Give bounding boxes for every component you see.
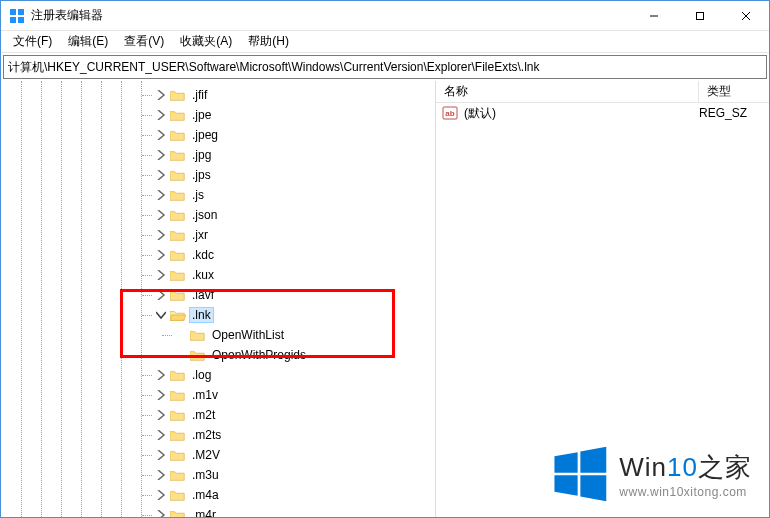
tree-item[interactable]: .M2V bbox=[1, 445, 435, 465]
tree-item-label: .json bbox=[190, 208, 219, 222]
tree-item[interactable]: .jpe bbox=[1, 105, 435, 125]
address-text: 计算机\HKEY_CURRENT_USER\Software\Microsoft… bbox=[8, 59, 539, 76]
tree-item[interactable]: .m3u bbox=[1, 465, 435, 485]
folder-icon bbox=[170, 408, 186, 422]
string-value-icon bbox=[442, 105, 458, 121]
menu-file[interactable]: 文件(F) bbox=[5, 31, 60, 52]
tree-item-label: .jfif bbox=[190, 88, 209, 102]
column-type[interactable]: 类型 bbox=[699, 81, 769, 102]
svg-rect-0 bbox=[10, 9, 16, 15]
tree-item-label: .jps bbox=[190, 168, 213, 182]
close-button[interactable] bbox=[723, 1, 769, 30]
tree-item[interactable]: .jxr bbox=[1, 225, 435, 245]
chevron-right-icon[interactable] bbox=[154, 168, 168, 182]
svg-rect-5 bbox=[697, 12, 704, 19]
chevron-right-icon[interactable] bbox=[154, 148, 168, 162]
chevron-right-icon[interactable] bbox=[154, 188, 168, 202]
tree-item[interactable]: .m4a bbox=[1, 485, 435, 505]
value-name: (默认) bbox=[464, 105, 699, 122]
tree-item-label: .jxr bbox=[190, 228, 210, 242]
folder-icon bbox=[170, 268, 186, 282]
tree-item[interactable]: .js bbox=[1, 185, 435, 205]
folder-icon bbox=[170, 468, 186, 482]
values-pane: 名称 类型 (默认)REG_SZ bbox=[436, 81, 769, 517]
chevron-right-icon[interactable] bbox=[154, 208, 168, 222]
chevron-right-icon[interactable] bbox=[154, 128, 168, 142]
tree-item[interactable]: .m2ts bbox=[1, 425, 435, 445]
window-title: 注册表编辑器 bbox=[31, 7, 631, 24]
chevron-right-icon[interactable] bbox=[154, 288, 168, 302]
tree-item-label: .jpe bbox=[190, 108, 213, 122]
tree-item[interactable]: .m2t bbox=[1, 405, 435, 425]
tree-item[interactable]: .jpg bbox=[1, 145, 435, 165]
folder-open-icon bbox=[170, 308, 186, 322]
tree-item-label: OpenWithProgids bbox=[210, 348, 308, 362]
chevron-right-icon[interactable] bbox=[154, 448, 168, 462]
expander-none bbox=[174, 348, 188, 362]
maximize-button[interactable] bbox=[677, 1, 723, 30]
tree-item-label: .m2t bbox=[190, 408, 217, 422]
tree-item[interactable]: .jps bbox=[1, 165, 435, 185]
folder-icon bbox=[170, 248, 186, 262]
menu-view[interactable]: 查看(V) bbox=[116, 31, 172, 52]
window-controls bbox=[631, 1, 769, 30]
folder-icon bbox=[170, 148, 186, 162]
folder-icon bbox=[170, 288, 186, 302]
tree-pane[interactable]: .jfif.jpe.jpeg.jpg.jps.js.json.jxr.kdc.k… bbox=[1, 81, 436, 517]
chevron-right-icon[interactable] bbox=[154, 388, 168, 402]
chevron-right-icon[interactable] bbox=[154, 428, 168, 442]
tree-item[interactable]: OpenWithList bbox=[1, 325, 435, 345]
menubar: 文件(F) 编辑(E) 查看(V) 收藏夹(A) 帮助(H) bbox=[1, 31, 769, 53]
folder-icon bbox=[190, 348, 206, 362]
tree-item[interactable]: OpenWithProgids bbox=[1, 345, 435, 365]
svg-rect-2 bbox=[10, 17, 16, 23]
chevron-right-icon[interactable] bbox=[154, 488, 168, 502]
values-header: 名称 类型 bbox=[436, 81, 769, 103]
folder-icon bbox=[170, 128, 186, 142]
tree-item[interactable]: .lnk bbox=[1, 305, 435, 325]
chevron-right-icon[interactable] bbox=[154, 228, 168, 242]
expander-none bbox=[174, 328, 188, 342]
folder-icon bbox=[170, 88, 186, 102]
folder-icon bbox=[170, 488, 186, 502]
tree-item[interactable]: .kdc bbox=[1, 245, 435, 265]
tree-item[interactable]: .log bbox=[1, 365, 435, 385]
tree-item-label: .jpeg bbox=[190, 128, 220, 142]
folder-icon bbox=[190, 328, 206, 342]
chevron-down-icon[interactable] bbox=[154, 308, 168, 322]
menu-edit[interactable]: 编辑(E) bbox=[60, 31, 116, 52]
menu-help[interactable]: 帮助(H) bbox=[240, 31, 297, 52]
folder-icon bbox=[170, 508, 186, 517]
tree-item[interactable]: .json bbox=[1, 205, 435, 225]
chevron-right-icon[interactable] bbox=[154, 468, 168, 482]
minimize-button[interactable] bbox=[631, 1, 677, 30]
chevron-right-icon[interactable] bbox=[154, 408, 168, 422]
chevron-right-icon[interactable] bbox=[154, 248, 168, 262]
folder-icon bbox=[170, 188, 186, 202]
tree-item[interactable]: .m1v bbox=[1, 385, 435, 405]
address-bar[interactable]: 计算机\HKEY_CURRENT_USER\Software\Microsoft… bbox=[3, 55, 767, 79]
menu-favorites[interactable]: 收藏夹(A) bbox=[172, 31, 240, 52]
tree-item-label: .js bbox=[190, 188, 206, 202]
chevron-right-icon[interactable] bbox=[154, 88, 168, 102]
chevron-right-icon[interactable] bbox=[154, 108, 168, 122]
tree-item-label: .m4a bbox=[190, 488, 221, 502]
tree-item-label: .kdc bbox=[190, 248, 216, 262]
value-row[interactable]: (默认)REG_SZ bbox=[436, 103, 769, 123]
chevron-right-icon[interactable] bbox=[154, 508, 168, 517]
folder-icon bbox=[170, 428, 186, 442]
tree-item[interactable]: .jpeg bbox=[1, 125, 435, 145]
chevron-right-icon[interactable] bbox=[154, 268, 168, 282]
tree-item[interactable]: .jfif bbox=[1, 85, 435, 105]
folder-icon bbox=[170, 108, 186, 122]
tree-item[interactable]: .lavf bbox=[1, 285, 435, 305]
tree-item-label: .lnk bbox=[190, 308, 213, 322]
folder-icon bbox=[170, 208, 186, 222]
tree-item[interactable]: .kux bbox=[1, 265, 435, 285]
tree-item-label: .jpg bbox=[190, 148, 213, 162]
tree-item[interactable]: .m4r bbox=[1, 505, 435, 517]
folder-icon bbox=[170, 368, 186, 382]
column-name[interactable]: 名称 bbox=[436, 81, 699, 102]
folder-icon bbox=[170, 168, 186, 182]
chevron-right-icon[interactable] bbox=[154, 368, 168, 382]
